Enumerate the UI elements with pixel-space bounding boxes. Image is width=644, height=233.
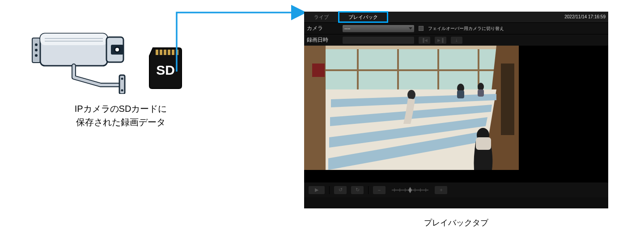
svg-point-11 xyxy=(115,48,119,51)
separator xyxy=(329,186,330,194)
speed-slider[interactable] xyxy=(390,186,430,194)
svg-point-1 xyxy=(35,43,38,46)
prev-clip-button[interactable]: ▐◀ xyxy=(419,37,430,44)
svg-rect-18 xyxy=(168,50,170,55)
speed-plus-button[interactable]: ＋ xyxy=(435,186,447,194)
svg-rect-41 xyxy=(478,89,484,97)
camera-label: カメラ xyxy=(307,25,338,32)
datetime-label: 録画日時 xyxy=(307,36,338,44)
step-back-button[interactable]: ↺ xyxy=(334,186,347,194)
svg-rect-19 xyxy=(172,50,174,55)
svg-rect-17 xyxy=(164,50,166,55)
row-datetime: 録画日時 ▐◀ ▶▐ ⤓ xyxy=(304,34,608,46)
failover-label: フェイルオーバー用カメラに切り替え xyxy=(428,25,504,32)
camera-caption-line1: IPカメラのSDカードに xyxy=(75,104,167,114)
svg-rect-32 xyxy=(501,64,514,135)
svg-rect-20 xyxy=(176,50,178,55)
playback-panel: ライブ プレイバック 2022/11/14 17:16:59 カメラ ---- … xyxy=(304,12,608,208)
panel-footer xyxy=(304,197,608,208)
panel-timestamp: 2022/11/14 17:16:59 xyxy=(564,12,606,22)
svg-point-14 xyxy=(121,89,123,92)
camera-dropdown[interactable]: ---- xyxy=(343,25,414,32)
play-button[interactable]: ▶ xyxy=(309,186,325,194)
speed-minus-button[interactable]: − xyxy=(373,186,386,194)
svg-rect-30 xyxy=(312,64,325,77)
svg-point-2 xyxy=(35,49,38,51)
camera-caption-line2: 保存された録画データ xyxy=(76,117,165,127)
svg-rect-16 xyxy=(160,50,162,55)
camera-and-sd: SD xyxy=(31,22,210,94)
panel-caption: プレイバックタブ xyxy=(304,217,608,228)
tab-bar: ライブ プレイバック 2022/11/14 17:16:59 xyxy=(304,12,608,22)
failover-checkbox[interactable] xyxy=(419,26,424,31)
next-clip-button[interactable]: ▶▐ xyxy=(435,37,446,44)
video-frame[interactable] xyxy=(304,46,519,170)
camera-caption: IPカメラのSDカードに 保存された録画データ xyxy=(45,102,197,129)
sd-card-icon: SD xyxy=(148,47,183,89)
play-controls: ▶ ↺ ↻ − ＋ xyxy=(304,182,608,197)
svg-rect-39 xyxy=(457,90,464,98)
svg-point-42 xyxy=(407,90,415,100)
video-area xyxy=(304,46,608,182)
tab-playback[interactable]: プレイバック xyxy=(339,12,388,22)
separator xyxy=(368,186,369,194)
download-button[interactable]: ⤓ xyxy=(451,37,462,44)
row-camera: カメラ ---- フェイルオーバー用カメラに切り替え xyxy=(304,22,608,34)
svg-point-3 xyxy=(35,54,38,57)
svg-rect-15 xyxy=(156,50,158,55)
step-fwd-button[interactable]: ↻ xyxy=(351,186,364,194)
svg-rect-44 xyxy=(476,137,491,150)
ip-camera-icon xyxy=(31,22,134,94)
tab-live[interactable]: ライブ xyxy=(304,12,339,22)
sd-label-text: SD xyxy=(156,63,175,77)
left-diagram: SD IPカメラのSDカードに 保存された録画データ xyxy=(31,22,210,129)
svg-rect-5 xyxy=(40,34,107,45)
svg-marker-53 xyxy=(408,187,412,193)
svg-point-13 xyxy=(121,78,123,80)
datetime-picker[interactable] xyxy=(343,37,414,44)
